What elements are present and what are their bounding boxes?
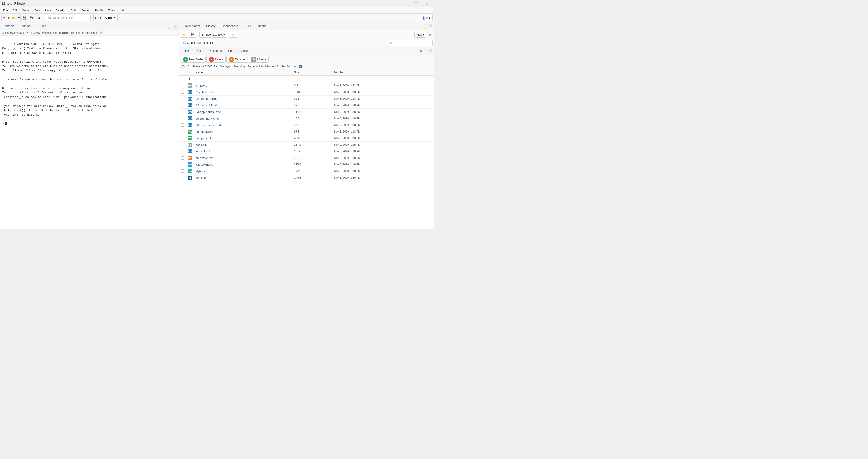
addins-button[interactable]: Addins ▾ [103, 15, 118, 21]
file-checkbox[interactable] [181, 123, 184, 127]
file-name-cell[interactable]: 03-method.Rmd [194, 102, 292, 109]
menu-view[interactable]: View [31, 8, 42, 13]
left-panel-minimize[interactable]: _ [167, 24, 172, 29]
path-teaching-link[interactable]: Teaching [234, 65, 245, 68]
file-name-cell[interactable]: index.Rmd [194, 148, 292, 155]
file-name-cell[interactable]: 06-references.Rmd [194, 122, 292, 128]
file-name-cell[interactable]: _bookdown.yml [194, 128, 292, 135]
list-view-button[interactable]: ≡ List ▾ [414, 32, 426, 38]
layout-button[interactable]: ⊞ [94, 15, 99, 21]
save-all-button[interactable]: 💾+ [28, 15, 36, 21]
user-button[interactable]: 👤 test [420, 15, 433, 21]
select-all-checkbox[interactable] [181, 71, 184, 74]
menu-session[interactable]: Session [53, 8, 68, 13]
path-c-link[interactable]: C: [188, 65, 190, 68]
file-name-cell[interactable]: book.bib [194, 142, 292, 148]
goto-file-button[interactable]: 🔍 Go to file/function [45, 15, 91, 21]
rename-button[interactable]: → Rename [226, 56, 248, 63]
file-name-cell[interactable]: 04-application.Rmd [194, 109, 292, 115]
file-name-cell[interactable]: style.css [194, 168, 292, 175]
path-more-icon[interactable]: … [303, 65, 306, 68]
file-name-cell[interactable]: _output.yml [194, 135, 292, 142]
print-button[interactable]: 🖨 [36, 15, 42, 21]
open-file-dropdown[interactable]: ▾ [17, 15, 21, 21]
menu-tools[interactable]: Tools [106, 8, 117, 13]
open-file-button[interactable]: 📂 [11, 15, 17, 21]
maximize-button[interactable]: ❐ [411, 0, 421, 7]
path-ecorepSci-link[interactable]: EcoRepSci [277, 65, 290, 68]
left-panel-maximize[interactable]: ⬜ [173, 24, 178, 29]
file-checkbox[interactable] [181, 104, 184, 107]
file-checkbox[interactable] [181, 91, 184, 94]
menu-code[interactable]: Code [20, 8, 31, 13]
file-name-cell[interactable]: 01-intro.Rmd [194, 89, 292, 95]
menu-profile[interactable]: Profile [93, 8, 106, 13]
file-checkbox[interactable] [181, 84, 184, 87]
tab-tutorial[interactable]: Tutorial [254, 23, 271, 30]
file-checkbox[interactable] [181, 156, 184, 159]
path-user-link[interactable]: A02343179 [203, 65, 217, 68]
console-cursor[interactable] [5, 122, 7, 125]
env-search-input[interactable] [387, 40, 433, 46]
menu-build[interactable]: Build [68, 8, 80, 13]
size-column-header[interactable]: Size [292, 69, 332, 75]
tab-terminal[interactable]: Terminal ✕ [17, 23, 37, 30]
console-content[interactable]: R version 4.0.2 (2020-06-22) -- "Taking … [0, 36, 179, 230]
tab-environment[interactable]: Environment [180, 23, 203, 30]
files-panel-maximize[interactable]: ⬜ [428, 49, 433, 54]
tab-packages[interactable]: Packages [206, 48, 225, 54]
modified-column-header[interactable]: Modified [332, 69, 434, 75]
file-checkbox[interactable] [181, 163, 184, 166]
save-button[interactable]: 💾 [21, 15, 28, 21]
tab-history[interactable]: History [203, 23, 218, 30]
menu-edit[interactable]: Edit [10, 8, 20, 13]
file-name-cell[interactable]: 05-summary.Rmd [194, 115, 292, 122]
new-file-button[interactable]: ✚ [2, 15, 7, 21]
name-column-header[interactable]: Name ↑ [194, 69, 292, 75]
menu-file[interactable]: File [1, 8, 10, 13]
file-name-cell[interactable]: .Rhistory [194, 82, 292, 89]
save-workspace-button[interactable]: 💾 [189, 32, 196, 38]
tab-console[interactable]: Console [1, 23, 17, 30]
minimize-button[interactable]: — [400, 0, 410, 7]
env-panel-maximize[interactable]: ⬜ [427, 24, 433, 29]
env-panel-minimize[interactable]: _ [423, 24, 427, 29]
layout-dropdown[interactable]: ▾ [99, 15, 102, 21]
files-panel-minimize[interactable]: _ [424, 49, 427, 54]
file-name-cell[interactable]: test.Rproj [194, 175, 292, 181]
clear-console-button[interactable]: 🧹 [230, 32, 237, 38]
tab-build[interactable]: Build [241, 23, 254, 30]
path-reprodsci-link[interactable]: Reproducible Science [248, 65, 274, 68]
more-button[interactable]: ⚙ More ▾ [249, 56, 268, 63]
refresh-env-button[interactable]: ↻ [427, 32, 433, 38]
terminal-close-icon[interactable]: ✕ [32, 25, 34, 27]
file-checkbox[interactable] [181, 136, 184, 140]
file-checkbox[interactable] [181, 110, 184, 114]
new-folder-button[interactable]: + New Folder [181, 56, 206, 63]
path-test-link[interactable]: test [293, 65, 297, 68]
file-name-cell[interactable]: .. [194, 75, 434, 82]
tab-plots[interactable]: Plots [193, 48, 206, 54]
delete-button[interactable]: ✕ Delete [207, 56, 225, 63]
files-refresh-button[interactable]: ↻ [418, 49, 423, 54]
global-env-button[interactable]: 🌐 Global Environment ▾ [181, 40, 215, 46]
tab-connections[interactable]: Connections [218, 23, 241, 30]
path-users-link[interactable]: Users [193, 65, 200, 68]
import-dataset-button[interactable]: ⬆ Import Dataset ▾ [199, 32, 227, 38]
tab-files[interactable]: Files [180, 48, 193, 54]
new-file-dropdown[interactable]: ▾ [7, 15, 10, 21]
file-checkbox[interactable] [181, 176, 184, 179]
tab-jobs[interactable]: Jobs ✕ [37, 23, 52, 30]
load-workspace-button[interactable]: 📂 [181, 32, 188, 38]
file-name-cell[interactable]: preamble.tex [194, 155, 292, 161]
close-button[interactable]: ✕ [422, 0, 432, 7]
jobs-close-icon[interactable]: ✕ [48, 25, 50, 27]
file-checkbox[interactable] [181, 117, 184, 120]
file-checkbox[interactable] [181, 97, 184, 100]
tab-viewer[interactable]: Viewer [237, 48, 253, 54]
menu-help[interactable]: Help [117, 8, 128, 13]
file-name-cell[interactable]: README.md [194, 161, 292, 168]
menu-debug[interactable]: Debug [80, 8, 93, 13]
file-checkbox[interactable] [181, 150, 184, 153]
file-name-cell[interactable]: 02-literature.Rmd [194, 95, 292, 102]
